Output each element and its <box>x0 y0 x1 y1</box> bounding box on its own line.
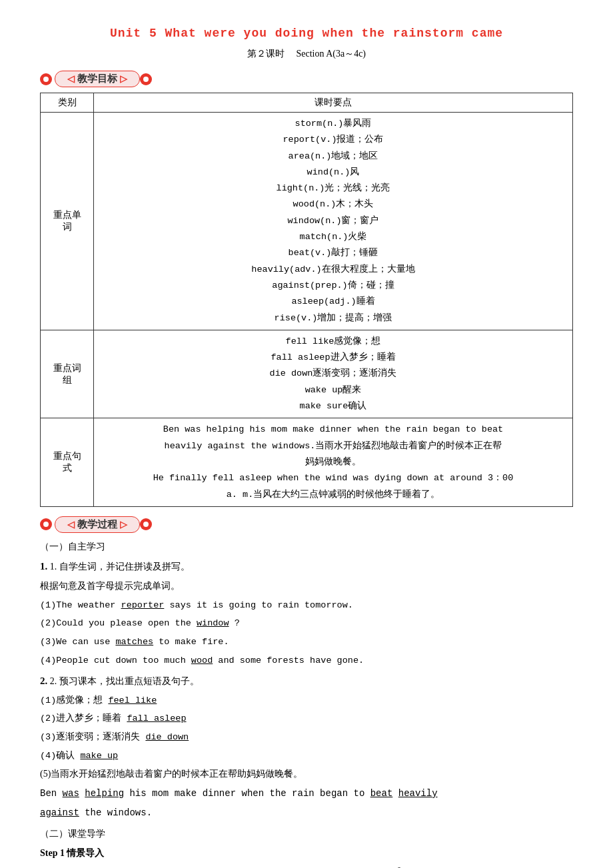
exercise-2: (2)Could you please open the window ? <box>40 615 573 632</box>
exercise-1: (1)The weather reporter says it is going… <box>40 597 573 614</box>
diamond-icon-left <box>40 73 52 85</box>
objectives-label: 教学目标 <box>77 73 117 85</box>
task1-sub: 根据句意及首字母提示完成单词。 <box>40 578 573 596</box>
arrow-left-icon: ◁ <box>67 73 75 85</box>
diamond-icon-right2 <box>140 518 152 530</box>
table-row-category-0: 重点单词 <box>41 113 94 330</box>
table-row-category-1: 重点词组 <box>41 330 94 418</box>
table-row-content-2: Ben was helping his mom make dinner when… <box>94 418 573 506</box>
self-study-label: （一）自主学习 <box>40 538 573 556</box>
arrow-left2-icon: ◁ <box>67 519 75 530</box>
table-row-content-0: storm(n.)暴风雨report(v.)报道；公布area(n.)地域；地区… <box>94 113 573 330</box>
process-section: （一）自主学习 1. 1. 自学生词，并记住拼读及拼写。 根据句意及首字母提示完… <box>40 538 573 868</box>
phrase-1: (1)感觉像；想 feel like <box>40 692 573 709</box>
process-header: ◁ 教学过程 ▷ <box>40 516 573 533</box>
arrow-right-icon: ▷ <box>120 73 127 85</box>
sentence5-label: (5)当雨水开始猛烈地敲击着窗户的时候本正在帮助妈妈做晚餐。 <box>40 765 573 783</box>
subtitle: 第２课时 Section A(3a～4c) <box>40 48 573 60</box>
diamond-icon-left2 <box>40 518 52 530</box>
process-label: 教学过程 <box>77 518 117 531</box>
table-row-content-1: fell like感觉像；想fall asleep进入梦乡；睡着die down… <box>94 330 573 418</box>
objectives-title-box: ◁ 教学目标 ▷ <box>55 71 140 87</box>
task1-label: 1. 1. 自学生词，并记住拼读及拼写。 <box>40 557 573 576</box>
step1-text: T：Hello, boys and girls! Have you experi… <box>40 863 573 868</box>
phrases-list: (1)感觉像；想 feel like (2)进入梦乡；睡着 fall aslee… <box>40 692 573 765</box>
sentence5-fill2: against the windows. <box>40 804 573 822</box>
phrase-4: (4)确认 make up <box>40 747 573 765</box>
arrow-right2-icon: ▷ <box>120 519 127 530</box>
classroom-label: （二）课堂导学 <box>40 825 573 843</box>
process-title-box: ◁ 教学过程 ▷ <box>55 516 140 533</box>
exercises-list: (1)The weather reporter says it is going… <box>40 597 573 669</box>
table-row-category-2: 重点句式 <box>41 418 94 506</box>
phrase-3: (3)逐渐变弱；逐渐消失 die down <box>40 729 573 746</box>
table-col-category: 类别 <box>41 93 94 113</box>
exercise-3: (3)We can use matches to make fire. <box>40 634 573 651</box>
phrase-2: (2)进入梦乡；睡着 fall asleep <box>40 710 573 727</box>
task2-label: 2. 2. 预习课本，找出重点短语及句子。 <box>40 671 573 691</box>
page-title: Unit 5 What were you doing when the rain… <box>40 27 573 40</box>
sentence5-fill: Ben was helping his mom make dinner when… <box>40 785 573 803</box>
objectives-table: 类别 课时要点 重点单词storm(n.)暴风雨report(v.)报道；公布a… <box>40 93 573 507</box>
step1-label: Step 1 情景导入 <box>40 845 573 863</box>
objectives-header: ◁ 教学目标 ▷ <box>40 71 573 87</box>
exercise-4: (4)People cut down too much wood and som… <box>40 652 573 669</box>
table-col-content: 课时要点 <box>94 93 573 113</box>
diamond-icon-right <box>140 73 152 85</box>
